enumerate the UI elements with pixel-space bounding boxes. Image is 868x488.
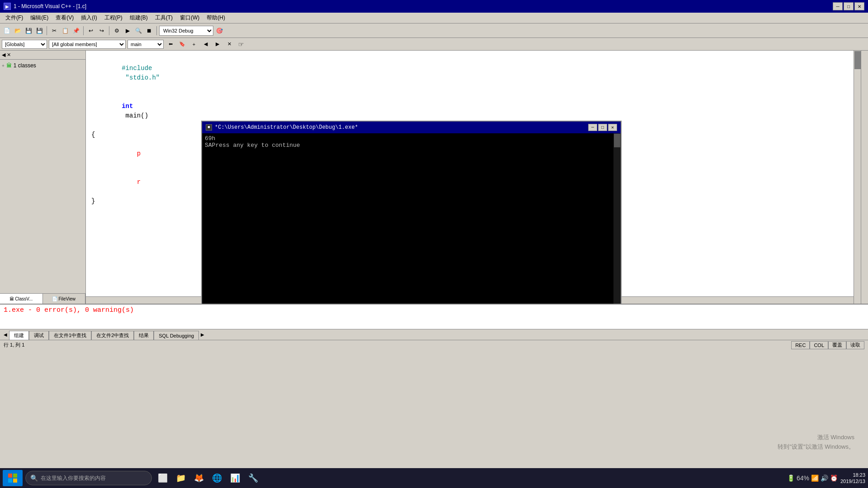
console-maximize-button[interactable]: □ xyxy=(598,124,607,131)
tab-results[interactable]: 结果 xyxy=(134,331,154,340)
search-placeholder: 在这里输入你要搜索的内容 xyxy=(41,474,106,482)
classview-icon: 🏛 xyxy=(9,296,14,301)
tab-scroll-right[interactable]: ▶ xyxy=(199,329,206,340)
task-view-icon[interactable]: ⬜ xyxy=(155,470,171,486)
sidebar-content: + 🏛 1 classes xyxy=(0,60,85,71)
target-icon[interactable]: 🎯 xyxy=(214,26,224,36)
console-minimize-button[interactable]: ─ xyxy=(588,124,597,131)
tab-build[interactable]: 组建 xyxy=(9,331,29,340)
tab-scroll-left[interactable]: ◀ xyxy=(2,329,9,340)
menu-edit[interactable]: 编辑(E) xyxy=(27,13,52,23)
editor-vertical-scrollbar[interactable] xyxy=(854,51,861,304)
back-nav-icon[interactable]: ⬅ xyxy=(165,39,175,49)
menu-file[interactable]: 文件(F) xyxy=(2,13,27,23)
taskbar-right: 🔋 64% 📶 🔊 ⏰ 18:23 2019/12/13 xyxy=(787,472,865,485)
save-icon[interactable]: 💾 xyxy=(24,26,33,36)
include-value: "stdio.h" xyxy=(122,74,160,81)
code-p-var: p xyxy=(122,150,141,157)
hand-icon[interactable]: ☞ xyxy=(236,39,246,49)
classview-tab[interactable]: 🏛 ClassV... xyxy=(0,294,43,304)
prev-bookmark-icon[interactable]: ◀ xyxy=(201,39,211,49)
tray-time-icon: ⏰ xyxy=(830,474,838,482)
svg-rect-0 xyxy=(8,474,12,478)
add-bookmark-icon[interactable]: + xyxy=(189,39,199,49)
firefox-icon[interactable]: 🦊 xyxy=(191,470,207,486)
console-body[interactable]: 69h SAPress any key to continue xyxy=(202,133,621,304)
console-prefix: SA xyxy=(205,142,212,149)
menu-build[interactable]: 组建(B) xyxy=(126,13,151,23)
app-icon-4[interactable]: 🔧 xyxy=(245,470,261,486)
status-position: 行 1, 列 1 xyxy=(4,342,24,348)
menu-tools[interactable]: 工具(T) xyxy=(151,13,176,23)
separator2 xyxy=(83,26,84,35)
redo-icon[interactable]: ↪ xyxy=(97,26,107,36)
status-rec: REC xyxy=(791,341,810,349)
console-window: ■ *C:\Users\Administrator\Desktop\Debug\… xyxy=(201,121,622,304)
menu-project[interactable]: 工程(P) xyxy=(101,13,126,23)
code-editor[interactable]: #include "stdio.h" int main() { p r } ■ xyxy=(86,51,861,304)
fileview-tab[interactable]: 📄 FileView xyxy=(43,294,86,304)
function-dropdown[interactable]: main xyxy=(127,40,164,49)
app-icon: ▶ xyxy=(4,3,11,10)
clock-date: 2019/12/13 xyxy=(840,478,865,484)
main-func: main() xyxy=(122,112,148,119)
console-close-button[interactable]: ✕ xyxy=(608,124,617,131)
console-title: *C:\Users\Administrator\Desktop\Debug\1.… xyxy=(215,124,358,131)
main-area: ◀ ✕ + 🏛 1 classes 🏛 ClassV... 📄 FileView… xyxy=(0,51,868,304)
tab-find1[interactable]: 在文件1中查找 xyxy=(49,331,91,340)
tab-debug[interactable]: 调试 xyxy=(29,331,49,340)
output-panel: 1.exe - 0 error(s), 0 warning(s) xyxy=(0,304,868,329)
app-icon-2[interactable]: 🌐 xyxy=(209,470,225,486)
output-text: 1.exe - 0 error(s), 0 warning(s) xyxy=(4,306,134,314)
scope-dropdown[interactable]: [Globals] xyxy=(2,40,47,49)
console-scrollbar[interactable] xyxy=(613,133,621,304)
bottom-tabs: ◀ 组建 调试 在文件1中查找 在文件2中查找 结果 SQL Debugging… xyxy=(0,329,868,340)
tray-volume-icon: 🔊 xyxy=(821,474,828,482)
debug-icon[interactable]: 🔍 xyxy=(133,26,143,36)
menu-window[interactable]: 窗口(W) xyxy=(176,13,203,23)
menu-insert[interactable]: 插入(I) xyxy=(77,13,100,23)
taskbar-search-box[interactable]: 🔍 在这里输入你要搜索的内容 xyxy=(25,471,152,485)
config-dropdown[interactable]: Win32 Debug xyxy=(159,26,213,36)
status-read: 读取 xyxy=(846,341,864,349)
taskbar-pinned-icons: ⬜ 📁 🦊 🌐 📊 🔧 xyxy=(155,470,261,486)
menu-help[interactable]: 帮助(H) xyxy=(203,13,229,23)
app-icon-3[interactable]: 📊 xyxy=(227,470,243,486)
main-right-scrollbar[interactable] xyxy=(861,51,868,304)
separator3 xyxy=(109,26,109,35)
maximize-button[interactable]: □ xyxy=(844,2,854,10)
build-icon[interactable]: ⚙ xyxy=(112,26,122,36)
start-button[interactable] xyxy=(3,470,23,486)
minimize-button[interactable]: ─ xyxy=(833,2,843,10)
new-file-icon[interactable]: 📄 xyxy=(2,26,12,36)
close-button[interactable]: ✕ xyxy=(854,2,864,10)
undo-icon[interactable]: ↩ xyxy=(86,26,96,36)
paste-icon[interactable]: 📌 xyxy=(71,26,81,36)
console-line-2: SAPress any key to continue xyxy=(205,142,618,149)
tab-find2[interactable]: 在文件2中查找 xyxy=(91,331,134,340)
next-bookmark-icon[interactable]: ▶ xyxy=(212,39,222,49)
console-title-bar: ■ *C:\Users\Administrator\Desktop\Debug\… xyxy=(202,122,621,133)
activation-line1: 激活 Windows xyxy=(778,433,854,442)
file-explorer-icon[interactable]: 📁 xyxy=(173,470,189,486)
sidebar-controls: ◀ ✕ xyxy=(2,52,11,58)
members-dropdown[interactable]: [All global members] xyxy=(49,40,126,49)
clear-bookmarks-icon[interactable]: ✕ xyxy=(224,39,234,49)
status-bar: 行 1, 列 1 REC COL 覆盖 读取 xyxy=(0,340,868,350)
toolbar-nav: [Globals] [All global members] main ⬅ 🔖 … xyxy=(0,38,868,51)
class-tree-item[interactable]: + 🏛 1 classes xyxy=(2,61,84,70)
stop-icon[interactable]: ⏹ xyxy=(144,26,154,36)
window-title: 1 - Microsoft Visual C++ - [1.c] xyxy=(14,3,86,9)
run-icon[interactable]: ▶ xyxy=(123,26,132,36)
tab-sql[interactable]: SQL Debugging xyxy=(154,331,199,340)
menu-view[interactable]: 查看(V) xyxy=(52,13,77,23)
tray-network-icon: 📶 xyxy=(811,474,819,482)
bookmarks-icon[interactable]: 🔖 xyxy=(177,39,187,49)
fileview-icon: 📄 xyxy=(52,296,57,301)
clock: 18:23 2019/12/13 xyxy=(840,472,865,485)
classview-label: ClassV... xyxy=(15,296,33,301)
open-file-icon[interactable]: 📂 xyxy=(13,26,23,36)
cut-icon[interactable]: ✂ xyxy=(49,26,59,36)
save-all-icon[interactable]: 💾 xyxy=(34,26,44,36)
copy-icon[interactable]: 📋 xyxy=(60,26,70,36)
